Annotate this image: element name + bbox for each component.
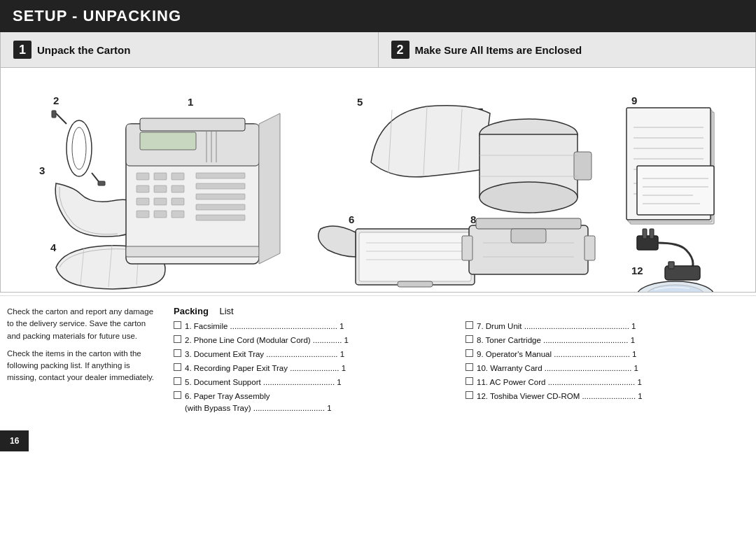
packing-item: 10. Warranty Card ......................… <box>465 363 743 374</box>
packing-item-text: 7. Drum Unit ...........................… <box>477 321 743 332</box>
svg-rect-66 <box>462 236 472 260</box>
svg-text:12: 12 <box>631 265 643 276</box>
svg-text:9: 9 <box>631 94 637 106</box>
packing-list-col1: 1. Facsimile ...........................… <box>174 321 451 416</box>
packing-checkbox[interactable] <box>465 335 473 343</box>
packing-item: 2. Phone Line Cord (Modular Cord) ......… <box>174 335 451 346</box>
svg-rect-17 <box>98 181 105 185</box>
svg-line-14 <box>56 113 66 124</box>
packing-item-text: 11. AC Power Cord ......................… <box>477 377 743 388</box>
svg-rect-33 <box>172 185 184 192</box>
svg-rect-40 <box>196 173 245 178</box>
section-header-1: 1 Unpack the Carton <box>1 32 379 67</box>
illustration-svg: 1 2 3 4 5 6 7 8 9 10 11 12 <box>1 68 755 292</box>
svg-rect-42 <box>196 194 245 199</box>
packing-checkbox[interactable] <box>465 363 473 371</box>
packing-checkbox[interactable] <box>465 349 473 357</box>
page-footer: 16 <box>0 430 29 451</box>
section-headers: 1 Unpack the Carton 2 Make Sure All Item… <box>0 32 756 68</box>
packing-item-text: 1. Facsimile ...........................… <box>185 321 451 332</box>
packing-checkbox[interactable] <box>174 349 181 357</box>
packing-item: 12. Toshiba Viewer CD-ROM ..............… <box>465 391 743 402</box>
svg-rect-23 <box>140 118 245 131</box>
svg-point-57 <box>479 182 578 213</box>
svg-rect-51 <box>398 281 433 287</box>
svg-text:3: 3 <box>39 164 45 176</box>
packing-item-text: 3. Document Exit Tray ..................… <box>185 349 451 360</box>
svg-rect-29 <box>154 173 167 180</box>
svg-rect-31 <box>136 185 149 192</box>
page-number: 16 <box>10 436 19 446</box>
svg-rect-38 <box>154 211 167 218</box>
section-label-1: Unpack the Carton <box>37 44 130 56</box>
svg-rect-43 <box>196 204 245 210</box>
svg-text:4: 4 <box>50 241 57 253</box>
packing-checkbox[interactable] <box>174 321 181 329</box>
packing-item: 7. Drum Unit ...........................… <box>465 321 743 332</box>
illustration-area: 1 2 3 4 5 6 7 8 9 10 11 12 <box>0 68 756 293</box>
svg-rect-34 <box>136 198 149 205</box>
svg-text:5: 5 <box>357 96 363 108</box>
svg-rect-41 <box>196 183 245 189</box>
svg-rect-36 <box>172 198 184 205</box>
packing-checkbox[interactable] <box>174 335 181 343</box>
packing-list-col2: 7. Drum Unit ...........................… <box>465 321 743 416</box>
packing-item-text: 10. Warranty Card ......................… <box>477 363 743 374</box>
packing-item-text: 4. Recording Paper Exit Tray ...........… <box>185 363 451 374</box>
bottom-content: Check the carton and report any damage t… <box>0 295 756 426</box>
svg-text:1: 1 <box>188 96 193 108</box>
packing-list: Packing List 1. Facsimile ..............… <box>168 306 749 416</box>
packing-item: 5. Document Support ....................… <box>174 377 451 388</box>
packing-item: 4. Recording Paper Exit Tray ...........… <box>174 363 451 374</box>
packing-item: 1. Facsimile ...........................… <box>174 321 451 332</box>
section-label-2: Make Sure All Items are Enclosed <box>415 44 582 56</box>
svg-point-13 <box>72 127 86 169</box>
svg-rect-78 <box>637 166 714 215</box>
svg-rect-30 <box>172 173 184 180</box>
svg-text:2: 2 <box>53 94 59 106</box>
packing-checkbox[interactable] <box>174 377 181 385</box>
footer-row: 16 <box>0 430 756 451</box>
packing-list-columns: 1. Facsimile ...........................… <box>174 321 743 416</box>
packing-item-text: 8. Toner Cartridge .....................… <box>477 335 743 346</box>
packing-list-title: Packing List <box>174 306 743 316</box>
section-number-2: 2 <box>391 41 410 59</box>
svg-point-12 <box>66 120 92 176</box>
packing-item: 6. Paper Tray Assembly(with Bypass Tray)… <box>174 391 451 413</box>
packing-item: 3. Document Exit Tray ..................… <box>174 349 451 360</box>
packing-item-text: 9. Operator's Manual ...................… <box>477 349 743 360</box>
svg-rect-85 <box>650 229 654 239</box>
packing-item-text: 5. Document Support ....................… <box>185 377 451 388</box>
packing-checkbox[interactable] <box>174 391 181 399</box>
svg-text:8: 8 <box>470 213 476 225</box>
svg-rect-32 <box>154 185 167 192</box>
packing-item: 11. AC Power Cord ......................… <box>465 377 743 388</box>
packing-item-text: 12. Toshiba Viewer CD-ROM ..............… <box>477 391 743 402</box>
packing-item-text: 2. Phone Line Cord (Modular Cord) ......… <box>185 335 451 346</box>
left-text-para1: Check the carton and report any damage t… <box>7 306 161 342</box>
svg-rect-67 <box>584 236 595 260</box>
packing-checkbox[interactable] <box>465 321 473 329</box>
svg-rect-37 <box>136 211 149 218</box>
svg-rect-87 <box>668 262 674 269</box>
packing-item: 9. Operator's Manual ...................… <box>465 349 743 360</box>
svg-rect-63 <box>511 229 546 243</box>
page-title: SETUP - UNPACKING <box>13 7 181 24</box>
left-description: Check the carton and report any damage t… <box>7 306 161 416</box>
left-text-para2: Check the items in the carton with the f… <box>7 348 161 384</box>
svg-rect-39 <box>172 211 184 218</box>
svg-rect-83 <box>637 236 658 250</box>
packing-checkbox[interactable] <box>465 377 473 385</box>
packing-item: 8. Toner Cartridge .....................… <box>465 335 743 346</box>
svg-rect-62 <box>476 218 581 229</box>
section-header-2: 2 Make Sure All Items are Enclosed <box>379 32 756 67</box>
section-number-1: 1 <box>13 41 31 59</box>
svg-rect-50 <box>359 232 471 281</box>
svg-rect-45 <box>126 246 259 257</box>
svg-rect-35 <box>154 198 167 205</box>
packing-checkbox[interactable] <box>174 363 181 371</box>
svg-rect-24 <box>140 132 196 150</box>
packing-checkbox[interactable] <box>465 391 473 399</box>
svg-rect-28 <box>136 173 149 180</box>
svg-rect-84 <box>643 229 647 239</box>
